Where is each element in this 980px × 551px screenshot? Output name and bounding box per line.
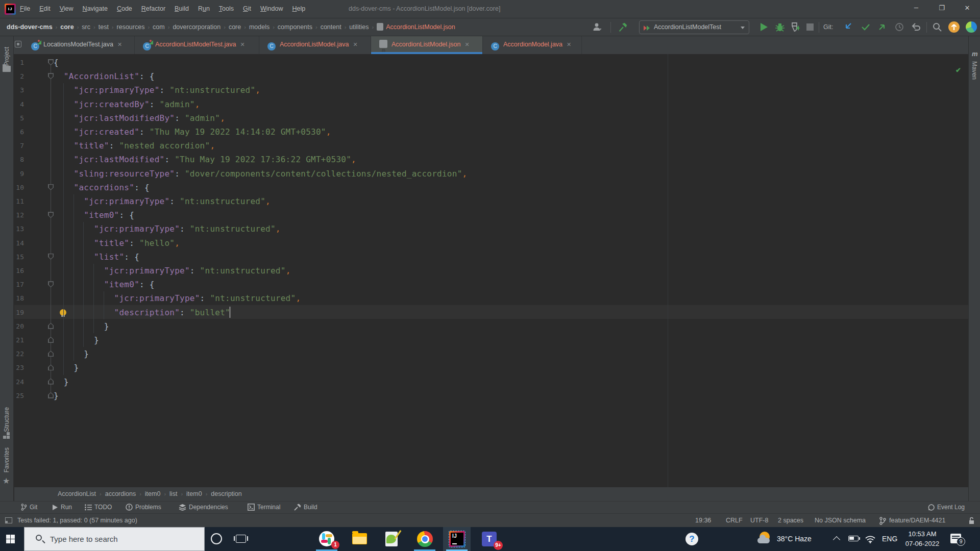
tool-button-project[interactable]: Project: [3, 47, 10, 66]
breadcrumb-item[interactable]: src: [82, 23, 90, 31]
fold-marker-icon[interactable]: [48, 350, 54, 357]
breadcrumb-item[interactable]: models: [249, 23, 270, 31]
editor-breadcrumb-item[interactable]: AccordionList: [58, 490, 96, 497]
indent-setting[interactable]: 2 spaces: [778, 514, 803, 527]
close-button[interactable]: ✕: [954, 0, 980, 18]
taskbar-app-explorer[interactable]: [346, 527, 373, 551]
debug-button[interactable]: [775, 22, 785, 32]
tool-button-terminal[interactable]: Terminal: [248, 502, 280, 513]
tab-close-icon[interactable]: ✕: [117, 36, 122, 53]
fold-marker-icon[interactable]: [48, 254, 54, 260]
breadcrumb-item[interactable]: core: [60, 23, 74, 31]
status-window-icon[interactable]: [5, 517, 12, 523]
editor-tab-AccordionListModel.java[interactable]: CAccordionListModel.java✕: [259, 36, 371, 54]
menu-view[interactable]: View: [55, 0, 78, 18]
file-encoding[interactable]: UTF-8: [750, 514, 768, 527]
menu-edit[interactable]: Edit: [35, 0, 55, 18]
breadcrumb-item[interactable]: dds-dover-cms: [7, 23, 53, 31]
ide-features-icon[interactable]: [966, 21, 977, 33]
fold-marker-icon[interactable]: [48, 59, 54, 65]
editor-tab-AccordionListModelTest.java[interactable]: CAccordionListModelTest.java✕: [135, 36, 259, 54]
menu-file[interactable]: File: [15, 0, 35, 18]
menu-git[interactable]: Git: [238, 0, 256, 18]
tab-close-icon[interactable]: ✕: [567, 36, 571, 53]
menu-help[interactable]: Help: [287, 0, 310, 18]
maximize-button[interactable]: ❐: [929, 0, 954, 18]
breadcrumb-item[interactable]: components: [278, 23, 312, 31]
breadcrumb-item[interactable]: utilities: [349, 23, 369, 31]
fold-marker-icon[interactable]: [48, 212, 54, 218]
breadcrumb-file[interactable]: AccordionListModel.json: [386, 23, 455, 31]
coverage-button[interactable]: [790, 22, 800, 32]
breadcrumb-item[interactable]: com: [153, 23, 165, 31]
menu-tools[interactable]: Tools: [214, 0, 238, 18]
fold-marker-icon[interactable]: [48, 379, 54, 385]
battery-icon[interactable]: [848, 536, 859, 541]
stop-button[interactable]: [806, 23, 814, 31]
fold-marker-icon[interactable]: [48, 281, 54, 287]
editor-tab-LocationsModelTest.java[interactable]: CLocationsModelTest.java✕: [23, 36, 135, 54]
taskbar-app-teams[interactable]: T 9+: [475, 527, 503, 551]
user-icon[interactable]: [592, 22, 602, 32]
taskbar-search-input[interactable]: Type here to search: [24, 527, 205, 551]
menu-refactor[interactable]: Refactor: [137, 0, 170, 18]
run-config-select[interactable]: AccordionListModelTest: [639, 20, 749, 34]
inspection-ok-icon[interactable]: ✔: [955, 66, 961, 74]
breadcrumb-item[interactable]: test: [99, 23, 109, 31]
tool-button-git[interactable]: Git: [20, 502, 37, 513]
tool-button-structure[interactable]: Structure: [3, 407, 10, 432]
menu-build[interactable]: Build: [170, 0, 193, 18]
tray-clock[interactable]: 10:53 AM07-06-2022: [901, 529, 943, 548]
tool-button-maven[interactable]: Maven: [971, 61, 978, 80]
git-commit-button[interactable]: [861, 22, 871, 32]
breadcrumb-item[interactable]: resources: [117, 23, 145, 31]
weather-text[interactable]: 38°C Haze: [777, 527, 812, 551]
editor-pane[interactable]: 1{2 "AccordionList": {3 "jcr:primaryType…: [14, 54, 968, 487]
tray-expand-chevron[interactable]: [833, 536, 840, 543]
fold-marker-icon[interactable]: [48, 392, 54, 398]
breadcrumb-item[interactable]: core: [229, 23, 241, 31]
cortana-button[interactable]: [211, 533, 222, 544]
taskbar-app-intellij[interactable]: IJ: [443, 527, 471, 551]
fold-marker-icon[interactable]: [48, 184, 54, 190]
editor-tab-AccordionModel.java[interactable]: CAccordionModel.java✕: [483, 36, 582, 54]
tab-close-icon[interactable]: ✕: [240, 36, 244, 53]
breadcrumb-item[interactable]: content: [321, 23, 341, 31]
minimize-button[interactable]: ─: [903, 0, 929, 18]
editor-breadcrumb-item[interactable]: accordions: [105, 490, 136, 497]
menu-code[interactable]: Code: [112, 0, 137, 18]
git-update-button[interactable]: [843, 22, 853, 32]
caret-position[interactable]: 19:36: [695, 514, 711, 527]
editor-breadcrumb-item[interactable]: description: [211, 490, 241, 497]
update-available-icon[interactable]: [948, 21, 960, 33]
undo-button[interactable]: [911, 22, 921, 32]
language-indicator[interactable]: ENG: [882, 527, 897, 551]
editor-tab-AccordionListModel.json[interactable]: AccordionListModel.json✕: [371, 36, 483, 54]
fold-marker-icon[interactable]: [48, 364, 54, 370]
tool-button-problems[interactable]: Problems: [126, 502, 161, 513]
tab-close-icon[interactable]: ✕: [353, 36, 358, 53]
tool-button-dependencies[interactable]: Dependencies: [179, 502, 228, 513]
taskbar-app-slack[interactable]: 1: [313, 527, 340, 551]
taskbar-app-chrome[interactable]: [411, 527, 438, 551]
menu-window[interactable]: Window: [256, 0, 287, 18]
tab-bar-icon[interactable]: [15, 41, 21, 47]
tool-button-run[interactable]: Run: [52, 502, 72, 513]
tool-button-favorites[interactable]: Favorites: [3, 447, 10, 472]
fold-marker-icon[interactable]: [48, 73, 54, 79]
build-hammer-icon[interactable]: [618, 22, 628, 32]
editor-breadcrumb-item[interactable]: item0: [145, 490, 161, 497]
help-tray-icon[interactable]: ?: [685, 533, 698, 545]
search-everywhere-icon[interactable]: [932, 22, 942, 32]
wifi-icon[interactable]: [865, 535, 876, 543]
line-separator[interactable]: CRLF: [726, 514, 743, 527]
fold-marker-icon[interactable]: [48, 337, 54, 343]
fold-marker-icon[interactable]: [48, 323, 54, 329]
menu-navigate[interactable]: Navigate: [78, 0, 112, 18]
menu-run[interactable]: Run: [193, 0, 214, 18]
json-schema-status[interactable]: No JSON schema: [815, 514, 866, 527]
tab-close-icon[interactable]: ✕: [465, 36, 470, 53]
test-status-text[interactable]: Tests failed: 1, passed: 0 (57 minutes a…: [17, 514, 137, 527]
tool-button-todo[interactable]: TODO: [85, 502, 112, 513]
task-view-button[interactable]: [236, 535, 246, 543]
